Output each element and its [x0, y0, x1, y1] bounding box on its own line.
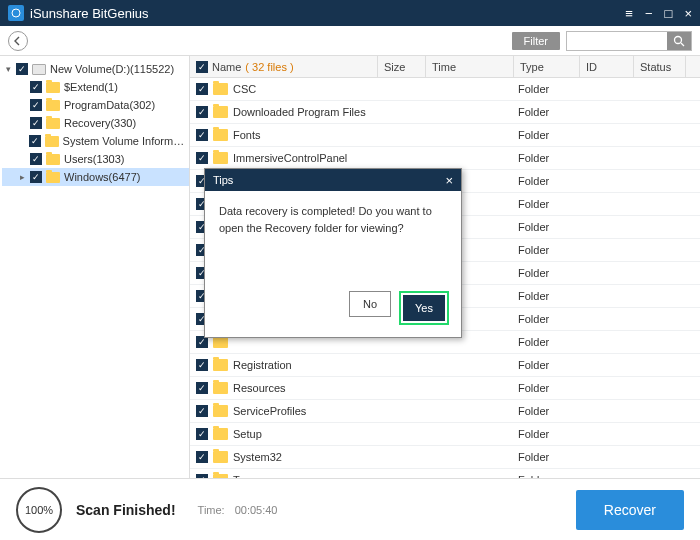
checkbox[interactable]: [30, 153, 42, 165]
filter-button[interactable]: Filter: [512, 32, 560, 50]
list-row[interactable]: Downloaded Program Files Folder: [190, 101, 700, 124]
row-checkbox[interactable]: [196, 129, 208, 141]
file-type: Folder: [514, 129, 580, 141]
file-name: System32: [233, 451, 282, 463]
col-name-label: Name: [212, 61, 241, 73]
row-checkbox[interactable]: [196, 451, 208, 463]
file-type: Folder: [514, 359, 580, 371]
folder-icon: [46, 118, 60, 129]
list-row[interactable]: Temp Folder: [190, 469, 700, 478]
tree-label: Windows(6477): [64, 171, 140, 183]
checkbox[interactable]: [30, 171, 42, 183]
dialog-titlebar: Tips ×: [205, 169, 461, 191]
file-name: Temp: [233, 474, 260, 478]
row-checkbox[interactable]: [196, 152, 208, 164]
folder-icon: [46, 172, 60, 183]
recover-button[interactable]: Recover: [576, 490, 684, 530]
back-button[interactable]: [8, 31, 28, 51]
folder-icon: [213, 152, 228, 164]
tree-label: ProgramData(302): [64, 99, 155, 111]
app-title: iSunshare BitGenius: [30, 6, 625, 21]
row-checkbox[interactable]: [196, 474, 208, 478]
yes-button[interactable]: Yes: [403, 295, 445, 321]
folder-icon: [46, 100, 60, 111]
yes-button-highlight: Yes: [399, 291, 449, 325]
checkbox[interactable]: [30, 99, 42, 111]
app-logo-icon: [8, 5, 24, 21]
toolbar: Filter: [0, 26, 700, 56]
file-type: Folder: [514, 428, 580, 440]
folder-icon: [213, 405, 228, 417]
expand-icon[interactable]: ▸: [20, 172, 30, 182]
col-time[interactable]: Time: [426, 56, 514, 77]
tree-item[interactable]: Recovery(330): [2, 114, 189, 132]
file-type: Folder: [514, 221, 580, 233]
tree-item[interactable]: Users(1303): [2, 150, 189, 168]
file-type: Folder: [514, 336, 580, 348]
row-checkbox[interactable]: [196, 382, 208, 394]
tree-label: New Volume(D:)(115522): [50, 63, 174, 75]
no-button[interactable]: No: [349, 291, 391, 317]
col-type[interactable]: Type: [514, 56, 580, 77]
select-all-checkbox[interactable]: [196, 61, 208, 73]
list-row[interactable]: ServiceProfiles Folder: [190, 400, 700, 423]
list-row[interactable]: System32 Folder: [190, 446, 700, 469]
tree-item[interactable]: System Volume Information(8): [2, 132, 189, 150]
confirmation-dialog: Tips × Data recovery is completed! Do yo…: [204, 168, 462, 338]
tree-item[interactable]: $Extend(1): [2, 78, 189, 96]
list-row[interactable]: Registration Folder: [190, 354, 700, 377]
folder-icon: [45, 136, 59, 147]
col-size[interactable]: Size: [378, 56, 426, 77]
tree-item[interactable]: ProgramData(302): [2, 96, 189, 114]
checkbox[interactable]: [29, 135, 41, 147]
tree-label: Recovery(330): [64, 117, 136, 129]
dialog-close-icon[interactable]: ×: [445, 173, 453, 188]
folder-icon: [213, 451, 228, 463]
row-checkbox[interactable]: [196, 359, 208, 371]
list-row[interactable]: Resources Folder: [190, 377, 700, 400]
search-input[interactable]: [567, 32, 667, 50]
folder-tree[interactable]: ▾ New Volume(D:)(115522) $Extend(1) Prog…: [0, 56, 190, 478]
menu-icon[interactable]: ≡: [625, 6, 633, 21]
folder-icon: [213, 129, 228, 141]
checkbox[interactable]: [30, 81, 42, 93]
tree-root[interactable]: ▾ New Volume(D:)(115522): [2, 60, 189, 78]
checkbox[interactable]: [16, 63, 28, 75]
folder-icon: [213, 474, 228, 478]
maximize-icon[interactable]: □: [665, 6, 673, 21]
close-icon[interactable]: ×: [684, 6, 692, 21]
file-type: Folder: [514, 290, 580, 302]
col-name[interactable]: Name ( 32 files ): [190, 56, 378, 77]
row-checkbox[interactable]: [196, 405, 208, 417]
scan-status: Scan Finished!: [76, 502, 176, 518]
search-button[interactable]: [667, 32, 691, 50]
svg-point-0: [12, 9, 20, 17]
tree-label: System Volume Information(8): [63, 135, 189, 147]
list-row[interactable]: CSC Folder: [190, 78, 700, 101]
list-header: Name ( 32 files ) Size Time Type ID Stat…: [190, 56, 700, 78]
file-type: Folder: [514, 244, 580, 256]
folder-icon: [213, 106, 228, 118]
file-count: ( 32 files ): [245, 61, 293, 73]
col-id[interactable]: ID: [580, 56, 634, 77]
svg-point-1: [675, 36, 682, 43]
row-checkbox[interactable]: [196, 428, 208, 440]
folder-icon: [213, 428, 228, 440]
time-label: Time:: [198, 504, 225, 516]
row-checkbox[interactable]: [196, 83, 208, 95]
folder-icon: [213, 359, 228, 371]
file-type: Folder: [514, 405, 580, 417]
list-row[interactable]: Setup Folder: [190, 423, 700, 446]
list-row[interactable]: Fonts Folder: [190, 124, 700, 147]
checkbox[interactable]: [30, 117, 42, 129]
folder-icon: [46, 154, 60, 165]
file-type: Folder: [514, 267, 580, 279]
minimize-icon[interactable]: −: [645, 6, 653, 21]
row-checkbox[interactable]: [196, 106, 208, 118]
tree-item[interactable]: ▸ Windows(6477): [2, 168, 189, 186]
list-row[interactable]: ImmersiveControlPanel Folder: [190, 147, 700, 170]
file-type: Folder: [514, 198, 580, 210]
col-status[interactable]: Status: [634, 56, 686, 77]
collapse-icon[interactable]: ▾: [6, 64, 16, 74]
file-name: ImmersiveControlPanel: [233, 152, 347, 164]
